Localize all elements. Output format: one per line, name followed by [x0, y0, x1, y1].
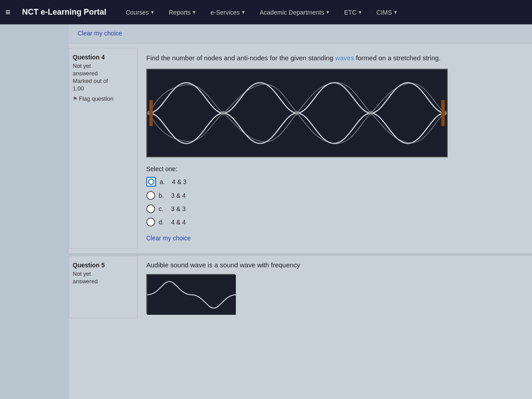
flag-question-button[interactable]: ⚑ Flag question — [73, 95, 133, 102]
option-d-radio[interactable] — [146, 218, 155, 227]
nav-etc-label: ETC — [344, 9, 356, 16]
option-d-value: 4 & 4 — [171, 219, 186, 226]
hamburger-icon[interactable]: ≡ — [5, 7, 11, 17]
question5-number: Question 5 — [73, 262, 133, 269]
nav-academic-label: Academic Departments — [260, 9, 325, 16]
question4-number-value: 4 — [102, 54, 105, 61]
svg-rect-7 — [441, 100, 445, 126]
option-c-value: 3 & 3 — [171, 205, 186, 212]
nav-academic[interactable]: Academic Departments ▼ — [257, 7, 332, 18]
question4-marked-label: Marked out of — [73, 78, 133, 84]
svg-point-2 — [221, 111, 226, 115]
question4-status2: answered — [73, 70, 133, 77]
select-one-label: Select one: — [146, 165, 523, 172]
option-b-value: 3 & 4 — [171, 192, 186, 199]
question4-text-after: formed on a stretched string. — [354, 54, 441, 62]
question5-status2: answered — [73, 278, 133, 285]
nav-reports-arrow: ▼ — [192, 10, 196, 15]
nav-cims-label: CIMS — [376, 9, 392, 16]
question4-text-highlight: waves — [335, 54, 354, 62]
option-b-radio[interactable] — [146, 191, 155, 200]
option-b-row[interactable]: b. 3 & 4 — [146, 191, 523, 200]
option-a-radio-inner — [148, 179, 154, 185]
wave-image — [146, 69, 448, 157]
question5-text: Audible sound wave is a sound wave with … — [146, 261, 523, 269]
option-c-row[interactable]: c. 3 & 3 — [146, 204, 523, 213]
nav-cims[interactable]: CIMS ▼ — [374, 7, 400, 18]
nav-reports-label: Reports — [169, 9, 191, 16]
option-a-letter: a. — [160, 178, 168, 185]
question4-status1: Not yet — [73, 63, 133, 69]
option-a-value: 4 & 3 — [172, 178, 187, 185]
wave-svg — [147, 70, 447, 156]
question4-marked-value: 1.00 — [73, 85, 133, 92]
option-d-letter: d. — [159, 219, 168, 226]
nav-cims-arrow: ▼ — [393, 10, 398, 15]
nav-reports[interactable]: Reports ▼ — [166, 7, 199, 18]
question5-info-panel: Question 5 Not yet answered — [69, 256, 137, 318]
question4-text: Find the number of nodes and anti-nodes … — [146, 53, 523, 63]
option-b-letter: b. — [159, 192, 168, 199]
question5-number-value: 5 — [102, 262, 105, 269]
option-c-letter: c. — [159, 205, 168, 212]
option-c-radio[interactable] — [146, 204, 155, 213]
question4-number-prefix: Question — [73, 54, 102, 61]
question4-content: Find the number of nodes and anti-nodes … — [137, 48, 532, 249]
flag-question-label: Flag question — [79, 95, 113, 102]
nav-academic-arrow: ▼ — [325, 10, 330, 15]
nav-eservices[interactable]: e-Services ▼ — [208, 7, 248, 18]
sidebar — [0, 24, 69, 399]
wave-image2 — [146, 274, 235, 314]
nav-courses-label: Courses — [126, 9, 149, 16]
question5-row: Question 5 Not yet answered Audible soun… — [69, 256, 532, 318]
content-area: Clear my choice Question 4 Not yet answe… — [69, 24, 532, 399]
flag-icon: ⚑ — [73, 96, 78, 102]
svg-point-4 — [369, 111, 373, 115]
nav-eservices-arrow: ▼ — [241, 10, 246, 15]
main-layout: Clear my choice Question 4 Not yet answe… — [0, 24, 532, 399]
question4-number: Question 4 — [73, 54, 133, 61]
nav-etc-arrow: ▼ — [358, 10, 362, 15]
top-clear-bar: Clear my choice — [69, 24, 532, 43]
nav-courses[interactable]: Courses ▼ — [123, 7, 157, 18]
nav-eservices-label: e-Services — [211, 9, 240, 16]
wave-image2-svg — [147, 275, 236, 315]
navbar: ≡ NCT e-Learning Portal Courses ▼ Report… — [0, 0, 532, 24]
question5-number-prefix: Question — [73, 262, 102, 269]
svg-point-3 — [295, 111, 299, 115]
svg-rect-6 — [149, 100, 153, 126]
option-a-row[interactable]: a. 4 & 3 — [146, 177, 523, 187]
question4-row: Question 4 Not yet answered Marked out o… — [69, 48, 532, 249]
nav-etc[interactable]: ETC ▼ — [341, 7, 365, 18]
question4-info-panel: Question 4 Not yet answered Marked out o… — [69, 48, 137, 249]
question5-content: Audible sound wave is a sound wave with … — [137, 256, 532, 318]
option-d-row[interactable]: d. 4 & 4 — [146, 218, 523, 227]
nav-courses-arrow: ▼ — [150, 10, 155, 15]
question5-status1: Not yet — [73, 270, 133, 277]
question4-text-before: Find the number of nodes and anti-nodes … — [146, 54, 335, 62]
option-a-radio[interactable] — [146, 177, 156, 187]
brand-title: NCT e-Learning Portal — [22, 8, 106, 17]
top-clear-choice-link[interactable]: Clear my choice — [78, 30, 122, 37]
bottom-clear-choice-link[interactable]: Clear my choice — [146, 235, 191, 242]
